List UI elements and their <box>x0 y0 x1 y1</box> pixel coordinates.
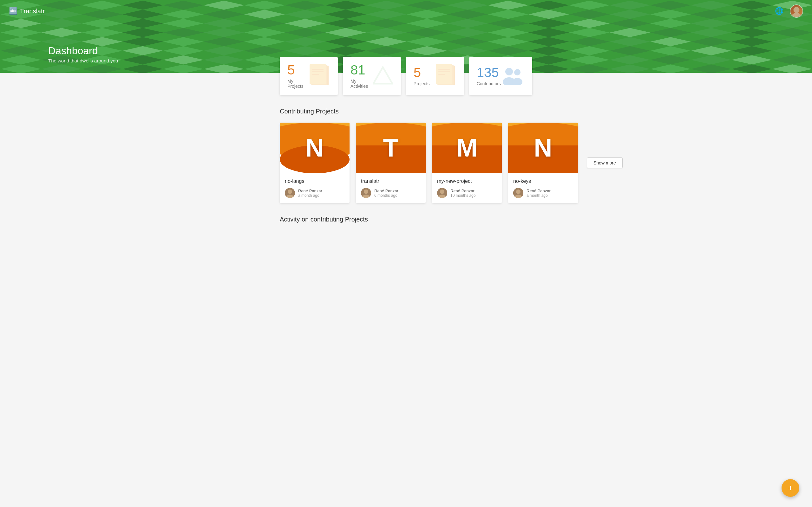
nav-right: 🌐 <box>775 4 803 18</box>
project-info-no-keys: no-keys René Panzar a month ago <box>508 173 578 203</box>
top-nav: 🔤 Translatr 🌐 <box>0 0 812 22</box>
project-avatar-my-new-project <box>437 188 447 198</box>
svg-point-11 <box>364 189 368 194</box>
svg-point-17 <box>516 189 520 194</box>
stat-number-projects: 5 <box>414 66 430 79</box>
contributing-projects-title: Contributing Projects <box>280 108 532 115</box>
stat-number-contributors: 135 <box>477 66 501 79</box>
project-name-translatr: translatr <box>361 178 420 184</box>
project-avatar-translatr <box>361 188 371 198</box>
user-avatar[interactable] <box>790 4 803 18</box>
stat-cards: 5 My Projects <box>280 57 532 95</box>
svg-point-3 <box>505 68 513 75</box>
projects-row: N no-langs René Panzar <box>280 123 532 203</box>
fab-button[interactable]: + <box>781 479 799 497</box>
app-logo[interactable]: 🔤 Translatr <box>9 7 45 15</box>
svg-point-1 <box>792 13 801 18</box>
project-info-my-new-project: my-new-project René Panzar 10 months ago <box>432 173 502 203</box>
project-card-translatr[interactable]: T translatr René Panzar <box>356 123 426 203</box>
globe-icon[interactable]: 🌐 <box>775 7 783 15</box>
project-card-my-new-project[interactable]: M my-new-project René Panza <box>432 123 502 203</box>
project-card-no-langs[interactable]: N no-langs René Panzar <box>280 123 350 203</box>
stat-label-projects: Projects <box>414 81 430 86</box>
project-meta-no-keys: René Panzar a month ago <box>513 188 573 198</box>
project-thumb-no-langs: N <box>280 123 350 173</box>
project-author-my-new-project: René Panzar <box>450 188 475 193</box>
project-name-my-new-project: my-new-project <box>437 178 497 184</box>
project-thumb-translatr: T <box>356 123 426 173</box>
contributors-icon <box>501 66 525 86</box>
project-meta-no-langs: René Panzar a month ago <box>285 188 345 198</box>
svg-point-8 <box>288 189 292 194</box>
my-activities-icon <box>373 65 393 87</box>
project-info-translatr: translatr René Panzar 6 months ago <box>356 173 426 203</box>
project-time-translatr: 6 months ago <box>374 193 398 198</box>
stat-card-my-activities[interactable]: 81 My Activities <box>343 57 401 95</box>
svg-point-5 <box>514 69 520 75</box>
svg-marker-2 <box>373 67 392 83</box>
project-author-translatr: René Panzar <box>374 188 398 193</box>
project-name-no-keys: no-keys <box>513 178 573 184</box>
project-letter-my-new-project: M <box>432 123 502 173</box>
stat-card-projects[interactable]: 5 Projects <box>406 57 464 95</box>
main-content: 5 My Projects <box>232 57 580 223</box>
project-avatar-no-langs <box>285 188 295 198</box>
stat-label-my-projects: My Projects <box>287 78 310 89</box>
hero-subtitle: The world that dwells around you <box>48 58 118 63</box>
project-time-no-langs: a month ago <box>298 193 322 198</box>
my-projects-icon <box>310 64 330 88</box>
project-card-no-keys[interactable]: N no-keys René Panzar <box>508 123 578 203</box>
project-letter-translatr: T <box>356 123 426 173</box>
project-meta-my-new-project: René Panzar 10 months ago <box>437 188 497 198</box>
activity-section: Activity on contributing Projects <box>280 216 532 223</box>
hero-text: Dashboard The world that dwells around y… <box>48 45 118 63</box>
stat-number-my-activities: 81 <box>351 63 373 77</box>
project-letter-no-keys: N <box>508 123 578 173</box>
hero-title: Dashboard <box>48 45 118 57</box>
project-avatar-no-keys <box>513 188 523 198</box>
stat-card-my-projects[interactable]: 5 My Projects <box>280 57 338 95</box>
stat-label-contributors: Contributors <box>477 81 501 86</box>
project-author-no-keys: René Panzar <box>526 188 551 193</box>
stat-number-my-projects: 5 <box>287 63 310 77</box>
activity-section-title: Activity on contributing Projects <box>280 216 532 223</box>
project-thumb-my-new-project: M <box>432 123 502 173</box>
app-name: Translatr <box>20 8 45 15</box>
stat-card-contributors[interactable]: 135 Contributors <box>469 57 532 95</box>
contributing-section: Contributing Projects N no-langs <box>280 108 532 203</box>
projects-icon <box>436 64 456 88</box>
project-time-no-keys: a month ago <box>526 193 551 198</box>
project-info-no-langs: no-langs René Panzar a month ago <box>280 173 350 203</box>
project-meta-translatr: René Panzar 6 months ago <box>361 188 420 198</box>
svg-point-0 <box>794 7 800 13</box>
project-thumb-no-keys: N <box>508 123 578 173</box>
translate-icon: 🔤 <box>9 7 17 15</box>
svg-point-14 <box>440 189 444 194</box>
project-name-no-langs: no-langs <box>285 178 345 184</box>
stat-label-my-activities: My Activities <box>351 78 373 89</box>
show-more-button[interactable]: Show more <box>587 158 623 168</box>
project-time-my-new-project: 10 months ago <box>450 193 475 198</box>
project-author-no-langs: René Panzar <box>298 188 322 193</box>
project-letter-no-langs: N <box>280 123 350 173</box>
